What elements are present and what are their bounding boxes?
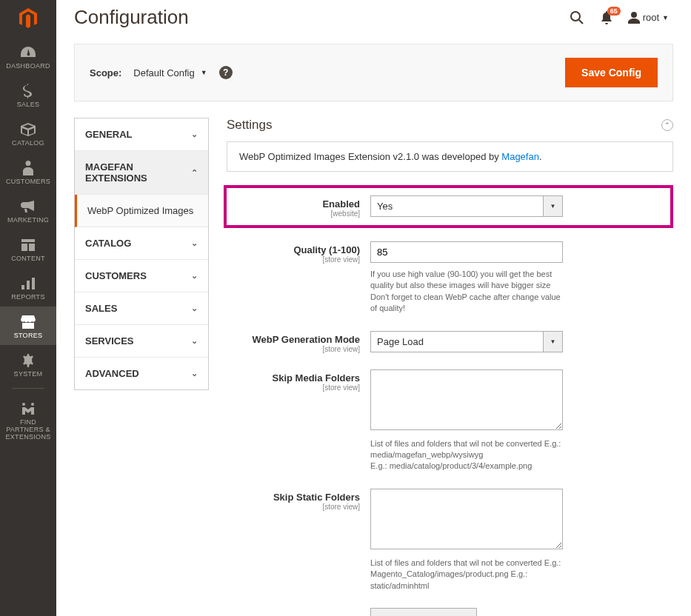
scope-bar: Scope: Default Config ▼ ? Save Config (74, 44, 673, 101)
skip-media-textarea[interactable] (370, 369, 563, 430)
quality-note: If you use high value (90-100) you will … (370, 269, 563, 315)
nav-reports[interactable]: REPORTS (0, 268, 56, 307)
nav-dashboard[interactable]: DASHBOARD (0, 37, 56, 76)
settings-title: Settings (227, 118, 272, 133)
config-nav: GENERAL⌄ MAGEFAN EXTENSIONS⌃ WebP Optimi… (74, 118, 209, 390)
chevron-down-icon: ⌄ (191, 336, 198, 346)
magento-logo[interactable] (0, 0, 56, 37)
notification-badge: 65 (607, 7, 621, 16)
config-nav-sales[interactable]: SALES⌄ (75, 292, 208, 325)
scope-selector[interactable]: Default Config ▼ (133, 67, 207, 78)
bars-icon (21, 275, 35, 292)
store-icon (21, 314, 36, 330)
field-quality: Quality (1-100) [store view] If you use … (227, 241, 673, 315)
settings-panel: Settings ⌃ WebP Optimized Images Extensi… (227, 118, 673, 616)
scope-label: Scope: (90, 67, 121, 78)
enabled-select[interactable]: Yes ▼ (370, 195, 563, 217)
nav-sales[interactable]: SALES (0, 76, 56, 114)
gauge-icon (21, 44, 36, 61)
caret-down-icon: ▼ (201, 69, 207, 76)
skip-static-textarea[interactable] (370, 489, 563, 549)
nav-separator (12, 388, 44, 389)
page-title: Configuration (74, 6, 569, 29)
search-icon (570, 11, 584, 24)
content-area: GENERAL⌄ MAGEFAN EXTENSIONS⌃ WebP Optimi… (74, 118, 673, 616)
config-nav-magefan[interactable]: MAGEFAN EXTENSIONS⌃ (75, 151, 208, 195)
person-icon (23, 160, 33, 176)
header-actions: 65 root ▼ (569, 10, 669, 26)
partners-icon (21, 401, 36, 417)
config-nav-customers[interactable]: CUSTOMERS⌄ (75, 260, 208, 292)
search-button[interactable] (569, 10, 585, 26)
admin-sidebar: DASHBOARD SALES CATALOG CUSTOMERS MARKET… (0, 0, 56, 616)
field-skip-static: Skip Static Folders [store view] List of… (227, 489, 673, 592)
settings-header: Settings ⌃ (227, 118, 673, 133)
field-clean-cache: Clean WebP Cache This action will clean … (227, 608, 673, 616)
field-skip-media: Skip Media Folders [store view] List of … (227, 369, 673, 472)
chevron-down-icon: ⌄ (191, 304, 198, 313)
caret-down-icon: ▼ (544, 195, 563, 217)
user-menu[interactable]: root ▼ (628, 12, 669, 24)
config-nav-advanced[interactable]: ADVANCED⌄ (75, 358, 208, 389)
save-config-button[interactable]: Save Config (565, 58, 658, 87)
chevron-down-icon: ⌄ (191, 369, 198, 378)
dollar-icon (23, 83, 33, 99)
config-nav-webp[interactable]: WebP Optimized Images (75, 195, 208, 227)
quality-input[interactable] (370, 241, 563, 263)
magefan-link[interactable]: Magefan (501, 151, 539, 162)
user-icon (628, 12, 640, 24)
box-icon (21, 121, 36, 138)
caret-down-icon: ▼ (544, 331, 563, 352)
main-content: Configuration 65 root ▼ Scope: Default C… (56, 0, 691, 616)
nav-partners[interactable]: FIND PARTNERS & EXTENSIONS (0, 393, 56, 446)
notifications-button[interactable]: 65 (598, 10, 615, 26)
nav-system[interactable]: SYSTEM (0, 345, 56, 384)
chevron-down-icon: ⌄ (191, 271, 198, 281)
username: root (643, 12, 659, 23)
gen-mode-select[interactable]: Page Load ▼ (370, 331, 563, 352)
config-nav-general[interactable]: GENERAL⌄ (75, 118, 208, 151)
megaphone-icon (21, 198, 36, 215)
nav-marketing[interactable]: MARKETING (0, 191, 56, 230)
gear-icon (21, 352, 35, 369)
chevron-down-icon: ⌄ (191, 238, 198, 248)
field-enabled: Enabled [website] Yes ▼ (224, 185, 673, 228)
layout-icon (21, 237, 35, 253)
skip-static-note: List of files and folders that wil not b… (370, 558, 563, 592)
config-nav-catalog[interactable]: CATALOG⌄ (75, 227, 208, 260)
header: Configuration 65 root ▼ (56, 0, 691, 35)
extension-info: WebP Optimized Images Extension v2.1.0 w… (227, 141, 673, 172)
nav-catalog[interactable]: CATALOG (0, 114, 56, 153)
chevron-down-icon: ⌄ (191, 130, 198, 139)
skip-media-note: List of files and folders that wil not b… (370, 438, 563, 472)
chevron-up-icon: ⌃ (191, 168, 198, 178)
help-icon[interactable]: ? (219, 66, 233, 79)
caret-down-icon: ▼ (662, 14, 669, 21)
nav-customers[interactable]: CUSTOMERS (0, 153, 56, 191)
clean-cache-button[interactable]: Clean WebP Cache (370, 608, 477, 616)
field-generation-mode: WebP Generation Mode [store view] Page L… (227, 331, 673, 353)
collapse-toggle[interactable]: ⌃ (661, 119, 673, 131)
config-nav-services[interactable]: SERVICES⌄ (75, 325, 208, 358)
nav-stores[interactable]: STORES (0, 307, 56, 345)
nav-content[interactable]: CONTENT (0, 230, 56, 268)
